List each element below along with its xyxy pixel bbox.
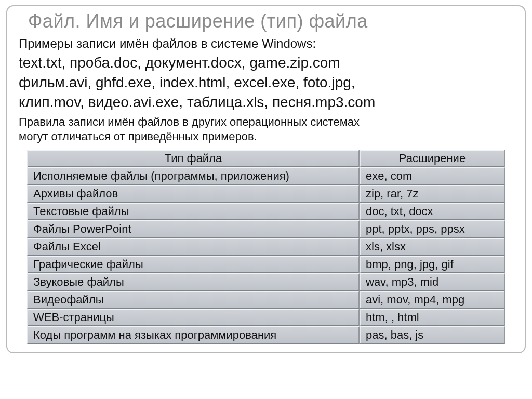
cell-type: Архивы файлов bbox=[27, 185, 360, 203]
rules-note: Правила записи имён файлов в других опер… bbox=[19, 115, 513, 143]
cell-ext: doc, txt, docx bbox=[360, 203, 505, 220]
table-row: Текстовые файлы doc, txt, docx bbox=[27, 203, 505, 220]
table-row: Коды программ на языках программирования… bbox=[27, 326, 505, 344]
cell-type: Текстовые файлы bbox=[27, 203, 360, 220]
extensions-table: Тип файла Расширение Исполняемые файлы (… bbox=[27, 150, 505, 344]
header-type: Тип файла bbox=[27, 150, 360, 167]
table-row: WEB-страницы htm, , html bbox=[27, 309, 505, 326]
examples-line-3: клип.mov, видео.avi.exe, таблица.xls, пе… bbox=[19, 92, 513, 112]
cell-type: Видеофайлы bbox=[27, 291, 360, 309]
cell-type: Графические файлы bbox=[27, 256, 360, 273]
cell-ext: pas, bas, js bbox=[360, 326, 505, 344]
table-row: Видеофайлы avi, mov, mp4, mpg bbox=[27, 291, 505, 309]
slide-frame: Файл. Имя и расширение (тип) файла Приме… bbox=[6, 5, 526, 353]
cell-ext: exe, com bbox=[360, 167, 505, 185]
cell-ext: bmp, png, jpg, gif bbox=[360, 256, 505, 273]
cell-type: WEB-страницы bbox=[27, 309, 360, 326]
cell-type: Звуковые файлы bbox=[27, 273, 360, 291]
examples-line-2: фильм.avi, ghfd.exe, index.html, excel.e… bbox=[19, 73, 513, 92]
slide-title: Файл. Имя и расширение (тип) файла bbox=[28, 10, 513, 32]
table-header-row: Тип файла Расширение bbox=[27, 150, 505, 167]
cell-type: Файлы PowerPoint bbox=[27, 220, 360, 238]
cell-ext: xls, xlsx bbox=[360, 238, 505, 256]
cell-ext: ppt, pptx, pps, ppsx bbox=[360, 220, 505, 238]
table-row: Файлы Excel xls, xlsx bbox=[27, 238, 505, 256]
cell-ext: avi, mov, mp4, mpg bbox=[360, 291, 505, 309]
cell-ext: htm, , html bbox=[360, 309, 505, 326]
examples-block: text.txt, проба.doc, документ.docx, game… bbox=[19, 53, 513, 112]
note-line-2: могут отличаться от приведённых примеров… bbox=[19, 129, 513, 144]
cell-type: Исполняемые файлы (программы, приложения… bbox=[27, 167, 360, 185]
table-row: Графические файлы bmp, png, jpg, gif bbox=[27, 256, 505, 273]
table-row: Архивы файлов zip, rar, 7z bbox=[27, 185, 505, 203]
cell-type: Коды программ на языках программирования bbox=[27, 326, 360, 344]
table-row: Исполняемые файлы (программы, приложения… bbox=[27, 167, 505, 185]
table-row: Звуковые файлы wav, mp3, mid bbox=[27, 273, 505, 291]
note-line-1: Правила записи имён файлов в других опер… bbox=[19, 115, 513, 129]
examples-line-1: text.txt, проба.doc, документ.docx, game… bbox=[19, 53, 513, 73]
table-row: Файлы PowerPoint ppt, pptx, pps, ppsx bbox=[27, 220, 505, 238]
cell-type: Файлы Excel bbox=[27, 238, 360, 256]
cell-ext: zip, rar, 7z bbox=[360, 185, 505, 203]
header-ext: Расширение bbox=[360, 150, 505, 167]
examples-intro: Примеры записи имён файлов в системе Win… bbox=[19, 36, 513, 51]
cell-ext: wav, mp3, mid bbox=[360, 273, 505, 291]
